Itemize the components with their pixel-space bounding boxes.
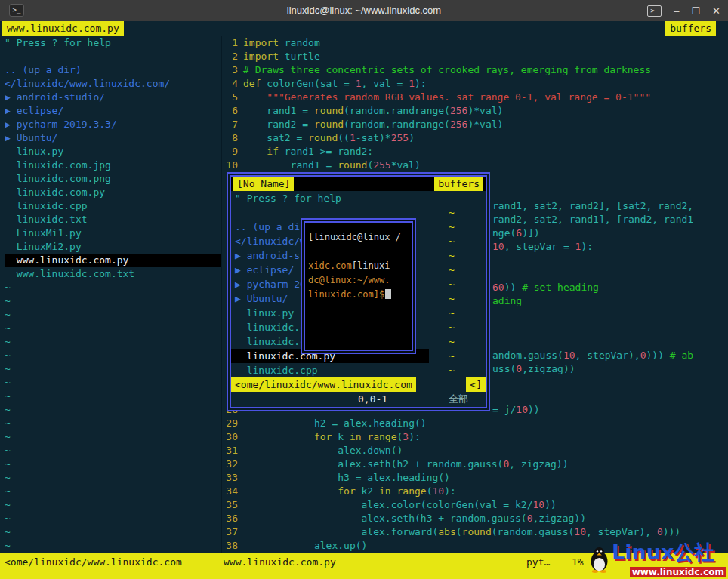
empty-line-tilde: ~ (5, 471, 221, 485)
popup-tab-no-name[interactable]: [No Name] (233, 177, 294, 191)
code-line[interactable]: 4def colorGen(sat = 1, val = 1): (224, 77, 728, 91)
empty-line-tilde: ~ (5, 335, 221, 349)
statusline-tree-path: <ome/linuxidc/www.linuxidc.com (5, 556, 182, 568)
code-line[interactable]: 7 rand2 = round(random.randrange(256)*va… (224, 118, 728, 131)
statusline-scroll-position: 1% (572, 556, 584, 568)
minimize-button[interactable]: – (674, 5, 679, 17)
line-number: 38 (224, 539, 238, 553)
popup-terminal[interactable]: [linuxidc@linux /xidc.com[linuxidc@linux… (304, 221, 413, 351)
popup-command-line: 0,0-1 全部 (231, 392, 486, 406)
popup-empty-line-tilde: ~ (449, 320, 455, 334)
line-number: 3 (224, 63, 238, 77)
popup-empty-line-tilde: ~ (449, 220, 455, 234)
code-line[interactable]: 35 alex.color(colorGen(val = k2/10)) (224, 498, 728, 512)
code-line[interactable]: 6 rand1 = round(random.randrange(256)*va… (224, 104, 728, 118)
code-line[interactable]: 30 for k in range(3): (224, 430, 728, 444)
tree-item[interactable]: ▶ eclipse/ (5, 104, 221, 118)
line-number: 36 (224, 512, 238, 525)
empty-line-tilde: ~ (5, 444, 221, 457)
watermark-brand: Linux公社 (612, 539, 714, 566)
line-number: 1 (224, 36, 238, 50)
empty-line-tilde: ~ (5, 403, 221, 417)
line-number: 33 (224, 471, 238, 485)
tree-item[interactable]: ▶ pycharm-2019.3.3/ (5, 118, 221, 131)
popup-tree-item[interactable]: linuxidc.cpp (231, 363, 429, 377)
tree-item[interactable]: linux.py (5, 145, 221, 159)
tree-item[interactable] (5, 50, 221, 63)
terminal-line: linuxidc.com]$ (308, 288, 409, 302)
code-line[interactable]: 2import turtle (224, 50, 728, 63)
popup-empty-line-tilde: ~ (449, 291, 455, 306)
code-line[interactable]: 5 """Generates random RGB values. sat ra… (224, 91, 728, 104)
popup-empty-line-tilde: ~ (449, 306, 455, 320)
empty-line-tilde: ~ (5, 349, 221, 362)
popup-terminal-window[interactable]: [linuxidc@linux /xidc.com[linuxidc@linux… (301, 218, 416, 354)
code-line[interactable]: 10 rand1 = round(255*val) (224, 159, 728, 172)
popup-tilde-column: ~~~~~~~~~~~~ (449, 205, 455, 377)
popup-statusline: <ome/linuxidc/www.linuxidc.com <] (231, 377, 486, 392)
empty-line-tilde: ~ (5, 362, 221, 376)
tree-item[interactable]: LinuxMi1.py (5, 226, 221, 240)
empty-line-tilde: ~ (5, 376, 221, 390)
empty-line-tilde: ~ (5, 430, 221, 444)
code-line[interactable]: 33 h3 = alex.heading() (224, 471, 728, 485)
tree-item[interactable]: .. (up a dir) (5, 63, 221, 77)
terminal-line: [linuxidc@linux / (308, 230, 409, 245)
line-number: 9 (224, 145, 238, 159)
tree-item[interactable]: linuxidc.com.py (5, 186, 221, 199)
code-line[interactable]: 32 alex.seth(h2 + random.gauss(0, zigzag… (224, 457, 728, 471)
tree-item[interactable]: linuxidc.txt (5, 213, 221, 226)
tree-item[interactable]: ▶ android-studio/ (5, 91, 221, 104)
tree-item[interactable]: www.linuxidc.com.py (5, 254, 221, 267)
line-number: 37 (224, 525, 238, 539)
tree-item[interactable]: LinuxMi2.py (5, 240, 221, 254)
maximize-button[interactable]: ☐ (691, 5, 700, 17)
window-title: linuxidc@linux: ~/www.linuxidc.com (0, 0, 728, 21)
empty-line-tilde: ~ (5, 498, 221, 512)
active-tab[interactable]: www.linuxidc.com.py (2, 21, 124, 36)
tree-item[interactable]: </linuxidc/www.linuxidc.com/ (5, 77, 221, 91)
popup-empty-line-tilde: ~ (449, 248, 455, 263)
terminal-window-icon: >_ (647, 5, 662, 17)
line-number: 31 (224, 444, 238, 457)
line-number: 34 (224, 485, 238, 498)
code-line[interactable]: 34 for k2 in range(10): (224, 485, 728, 498)
vertical-separator (221, 36, 222, 553)
line-number: 32 (224, 457, 238, 471)
code-line[interactable]: 9 if rand1 >= rand2: (224, 145, 728, 159)
popup-tree-item[interactable]: " Press ? for help (231, 191, 429, 205)
popup-vim-window: [No Name] buffers " Press ? for help.. (… (227, 172, 490, 411)
line-number: 4 (224, 77, 238, 91)
tree-item[interactable]: ▶ Ubuntu/ (5, 131, 221, 145)
code-line[interactable]: 1import random (224, 36, 728, 50)
line-number: 2 (224, 50, 238, 63)
code-line[interactable]: 31 alex.down() (224, 444, 728, 457)
tree-item[interactable]: www.linuxidc.com.txt (5, 267, 221, 281)
vim-tabline: www.linuxidc.com.py buffers (0, 21, 728, 36)
tree-item[interactable]: linuxidc.com.png (5, 172, 221, 186)
line-number: 8 (224, 131, 238, 145)
empty-line-tilde: ~ (5, 512, 221, 525)
code-line[interactable]: 29 h2 = alex.heading() (224, 417, 728, 430)
line-number: 30 (224, 430, 238, 444)
tree-item[interactable]: linuxidc.com.jpg (5, 159, 221, 172)
code-line[interactable]: 36 alex.seth(h3 + random.gauss(0,zigzag)… (224, 512, 728, 525)
tree-item[interactable]: linuxidc.cpp (5, 199, 221, 213)
code-line[interactable]: 37 alex.forward(abs(round(random.gauss(1… (224, 525, 728, 539)
popup-all-label: 全部 (449, 392, 468, 406)
popup-empty-line-tilde: ~ (449, 263, 455, 277)
watermark: Linux公社 www.linuxidc.com (589, 543, 726, 579)
terminal-line (308, 245, 409, 259)
terminal-window: >_ linuxidc@linux: ~/www.linuxidc.com >_… (0, 0, 728, 579)
statusline-filename: www.linuxidc.com.py (224, 556, 336, 568)
close-button[interactable]: ✕ (712, 5, 720, 17)
popup-status-right: <] (466, 377, 486, 392)
empty-line-tilde: ~ (5, 308, 221, 322)
code-line[interactable]: 8 sat2 = round((1-sat)*255) (224, 131, 728, 145)
buffers-label[interactable]: buffers (665, 21, 716, 36)
empty-line-tilde: ~ (5, 294, 221, 308)
line-number: 29 (224, 417, 238, 430)
popup-buffers-label[interactable]: buffers (434, 177, 483, 191)
code-line[interactable]: 3# Draws three concentric sets of crooke… (224, 63, 728, 77)
tree-item[interactable]: " Press ? for help (5, 36, 221, 50)
